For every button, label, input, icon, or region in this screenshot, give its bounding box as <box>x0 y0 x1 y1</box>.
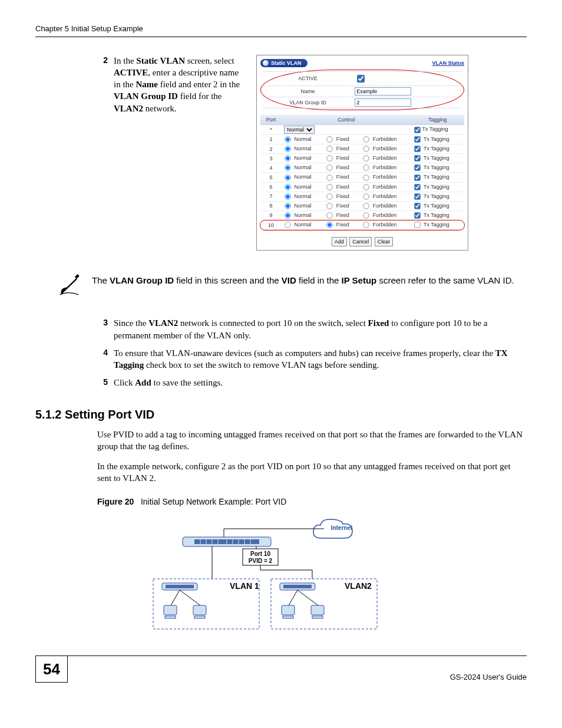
port-number: 10 <box>260 220 282 230</box>
cancel-button[interactable]: Cancel <box>349 237 372 246</box>
radio-normal[interactable]: Normal <box>284 203 312 209</box>
port-number: 6 <box>260 182 282 192</box>
radio-normal[interactable]: Normal <box>284 212 312 218</box>
radio-fixed[interactable]: Fixed <box>326 193 349 199</box>
tx-tagging-label[interactable]: Tx Tagging <box>414 136 449 142</box>
tx-tagging-checkbox[interactable] <box>414 203 420 209</box>
radio-fixed[interactable]: Fixed <box>326 184 349 190</box>
port-number: 8 <box>260 201 282 210</box>
radio-fixed[interactable]: Fixed <box>326 136 349 142</box>
svg-rect-30 <box>164 605 177 615</box>
radio-forbidden[interactable]: Forbidden <box>362 212 396 218</box>
radio-fixed[interactable]: Fixed <box>326 222 349 228</box>
radio-forbidden[interactable]: Forbidden <box>362 146 396 151</box>
label-active: ACTIVE <box>263 71 352 85</box>
table-row: 9 Normal Fixed Forbidden Tx Tagging <box>260 210 464 220</box>
tx-tagging-checkbox[interactable] <box>414 156 420 162</box>
table-row: 7 Normal Fixed Forbidden Tx Tagging <box>260 192 464 201</box>
svg-rect-31 <box>165 616 176 618</box>
radio-fixed[interactable]: Fixed <box>326 164 349 170</box>
radio-forbidden[interactable]: Forbidden <box>362 203 396 209</box>
add-button[interactable]: Add <box>332 237 347 246</box>
table-row: 8 Normal Fixed Forbidden Tx Tagging <box>260 201 464 210</box>
tx-tagging-checkbox[interactable] <box>414 136 420 142</box>
radio-normal[interactable]: Normal <box>284 164 312 170</box>
col-tagging: Tagging <box>411 115 464 125</box>
step-3: 3 Since the VLAN2 network is connected t… <box>97 317 527 341</box>
page-footer: 54 GS-2024 User's Guide <box>35 655 527 683</box>
port-number: 9 <box>260 210 282 220</box>
tx-tagging-checkbox[interactable] <box>414 165 420 171</box>
radio-normal[interactable]: Normal <box>284 174 312 180</box>
radio-fixed[interactable]: Fixed <box>326 155 349 161</box>
radio-normal[interactable]: Normal <box>284 222 312 228</box>
svg-rect-36 <box>311 605 324 615</box>
figure-diagram: Internet Port 10 PVID = 2 VLAN 1 VLAN2 <box>141 511 527 638</box>
tx-tagging-label[interactable]: Tx Tagging <box>414 155 449 161</box>
active-checkbox[interactable] <box>357 75 365 83</box>
radio-normal[interactable]: Normal <box>284 155 312 161</box>
port-star: * <box>260 124 282 134</box>
table-row: 4 Normal Fixed Forbidden Tx Tagging <box>260 163 464 173</box>
col-port: Port <box>260 115 282 125</box>
star-tx-checkbox[interactable] <box>414 127 420 133</box>
tx-tagging-label[interactable]: Tx Tagging <box>414 203 449 209</box>
table-row: 5 Normal Fixed Forbidden Tx Tagging <box>260 173 464 182</box>
star-control-select[interactable]: Normal <box>284 126 315 134</box>
radio-forbidden[interactable]: Forbidden <box>362 155 396 161</box>
radio-forbidden[interactable]: Forbidden <box>362 222 396 228</box>
tx-tagging-label[interactable]: Tx Tagging <box>414 222 449 228</box>
tx-tagging-checkbox[interactable] <box>414 222 420 228</box>
radio-forbidden[interactable]: Forbidden <box>362 184 396 190</box>
tx-tagging-label[interactable]: Tx Tagging <box>414 146 449 151</box>
tx-tagging-label[interactable]: Tx Tagging <box>414 164 449 170</box>
para-1: Use PVID to add a tag to incoming untagg… <box>97 429 527 453</box>
chapter-title: Chapter 5 Initial Setup Example <box>35 24 143 33</box>
port-number: 7 <box>260 192 282 201</box>
tx-tagging-label[interactable]: Tx Tagging <box>414 212 449 218</box>
para-2: In the example network, configure 2 as t… <box>97 460 527 485</box>
port-number: 5 <box>260 173 282 182</box>
radio-forbidden[interactable]: Forbidden <box>362 174 396 180</box>
port-number: 2 <box>260 144 282 154</box>
radio-forbidden[interactable]: Forbidden <box>362 164 396 170</box>
clear-button[interactable]: Clear <box>375 237 394 246</box>
svg-line-26 <box>171 590 180 605</box>
step-5-text: Click Add to save the settings. <box>114 377 527 388</box>
tx-tagging-checkbox[interactable] <box>414 184 420 190</box>
radio-normal[interactable]: Normal <box>284 136 312 142</box>
radio-fixed[interactable]: Fixed <box>326 146 349 151</box>
vlan-status-link[interactable]: VLAN Status <box>432 60 464 67</box>
radio-fixed[interactable]: Fixed <box>326 203 349 209</box>
label-name: Name <box>263 85 352 97</box>
name-input[interactable] <box>355 87 411 95</box>
tx-tagging-checkbox[interactable] <box>414 193 420 199</box>
guide-name: GS-2024 User's Guide <box>450 672 527 683</box>
radio-fixed[interactable]: Fixed <box>326 174 349 180</box>
tx-tagging-label[interactable]: Tx Tagging <box>414 174 449 180</box>
radio-forbidden[interactable]: Forbidden <box>362 193 396 199</box>
radio-normal[interactable]: Normal <box>284 193 312 199</box>
port-table: Port Control Tagging * Normal Tx Tagging… <box>260 115 464 230</box>
radio-normal[interactable]: Normal <box>284 184 312 190</box>
tx-tagging-checkbox[interactable] <box>414 174 420 180</box>
label-group-id: VLAN Group ID <box>263 97 352 108</box>
star-tx-label[interactable]: Tx Tagging <box>414 126 448 132</box>
svg-rect-23 <box>166 585 194 588</box>
port-number: 4 <box>260 163 282 173</box>
radio-forbidden[interactable]: Forbidden <box>362 136 396 142</box>
port-number: 3 <box>260 154 282 163</box>
tx-tagging-label[interactable]: Tx Tagging <box>414 193 449 199</box>
radio-fixed[interactable]: Fixed <box>326 212 349 218</box>
col-control: Control <box>282 115 411 125</box>
step-number-3: 3 <box>97 317 108 341</box>
tx-tagging-checkbox[interactable] <box>414 146 420 152</box>
group-id-input[interactable] <box>355 98 411 107</box>
tx-tagging-label[interactable]: Tx Tagging <box>414 184 449 190</box>
step-number-4: 4 <box>97 347 108 371</box>
port-number: 1 <box>260 134 282 144</box>
label-vlan2: VLAN2 <box>345 581 372 591</box>
radio-normal[interactable]: Normal <box>284 146 312 151</box>
step-number-2: 2 <box>97 55 108 114</box>
tx-tagging-checkbox[interactable] <box>414 212 420 218</box>
